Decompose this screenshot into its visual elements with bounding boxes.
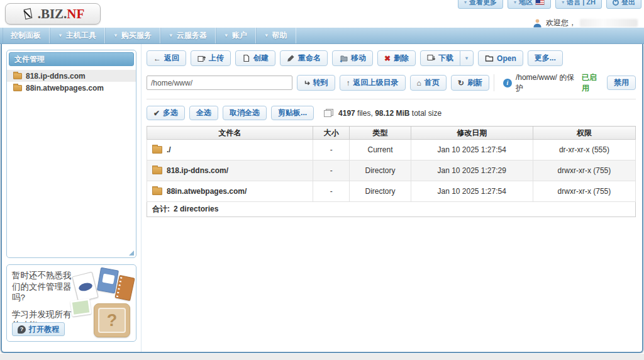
- content-area: 文件管理 818.ip-ddns.com 88in.atwebpages.com…: [1, 44, 643, 353]
- file-name: 818.ip-ddns.com/: [167, 166, 228, 175]
- welcome-message: 欢迎您，: [533, 18, 638, 28]
- home-icon: ⌂: [417, 79, 421, 87]
- language-button[interactable]: ▾ 语言 | ZH: [555, 0, 602, 9]
- chevron-down-icon: ▼: [224, 33, 229, 38]
- table-total-row: 合计:2 directories: [147, 202, 636, 217]
- site-logo[interactable]: .BIZ.NF: [5, 3, 101, 25]
- new-document-icon: [242, 54, 250, 62]
- file-size: -: [313, 140, 350, 160]
- redacted-username: [580, 19, 638, 27]
- table-row-current[interactable]: ./ - Current Jan 10 2025 1:27:54 dr-xr-x…: [147, 140, 636, 160]
- see-more-button[interactable]: ▾ 查看更多: [458, 0, 503, 9]
- delete-button[interactable]: ✖ 删除: [377, 50, 416, 66]
- clipboard-button[interactable]: 剪贴板...: [271, 106, 314, 120]
- open-tutorial-button[interactable]: ? 打开教程: [12, 322, 65, 336]
- more-button[interactable]: 更多...: [528, 50, 563, 66]
- column-header-permissions[interactable]: 权限: [533, 127, 635, 140]
- parent-directory-button[interactable]: ↑ 返回上级目录: [340, 75, 406, 91]
- refresh-icon: ↻: [458, 79, 464, 87]
- tutorial-illustration: ?: [70, 268, 135, 339]
- file-name: ./: [167, 145, 171, 154]
- table-row-818-ip-ddns-com[interactable]: 818.ip-ddns.com/ - Directory Jan 10 2025…: [147, 160, 636, 181]
- file-type: Directory: [350, 181, 411, 202]
- chevron-down-icon: ▼: [169, 33, 174, 38]
- welcome-text: 欢迎您，: [546, 18, 576, 28]
- chevron-down-icon: ▼: [58, 33, 63, 38]
- avatar: [533, 18, 542, 28]
- table-row-88in-atwebpages-com[interactable]: 88in.atwebpages.com/ - Directory Jan 10 …: [147, 181, 636, 202]
- column-header-filename[interactable]: 文件名: [147, 127, 313, 140]
- footer-strip: [0, 353, 644, 360]
- back-button[interactable]: ← 返回: [147, 50, 186, 66]
- move-button[interactable]: 移动: [332, 50, 373, 66]
- refresh-button[interactable]: ↻ 刷新: [451, 75, 489, 91]
- folder-icon: [152, 146, 162, 154]
- file-manager-panel-title: 文件管理: [9, 52, 134, 66]
- multi-select-button[interactable]: ✔ 多选: [147, 106, 185, 120]
- region-button[interactable]: ▾ 地区: [508, 0, 551, 9]
- folder-icon: [13, 85, 22, 91]
- image-file-icon: [70, 298, 91, 317]
- power-icon: [613, 0, 619, 6]
- nav-item-account[interactable]: ▼ 账户: [216, 28, 256, 43]
- video-file-icon: [114, 275, 135, 301]
- go-button[interactable]: ↵ 转到: [297, 75, 335, 91]
- open-folder-icon: [485, 54, 494, 62]
- check-icon: ✔: [153, 110, 160, 117]
- directory-stats: 4197 files, 98.12 MiB total size: [324, 109, 441, 118]
- nav-item-cloud-servers[interactable]: ▼ 云服务器: [160, 28, 216, 43]
- files-stack-icon: [324, 109, 333, 117]
- logout-button[interactable]: 登出: [606, 0, 641, 9]
- sidebar-folder-818-ip-ddns-com[interactable]: 818.ip-ddns.com: [7, 70, 136, 82]
- file-permissions: dr-xr-xr-x (555): [533, 140, 635, 160]
- page: .BIZ.NF ▾ 查看更多 ▾ 地区 ▾ 语言 | ZH 登出: [0, 0, 644, 360]
- sidebar-folder-label: 88in.atwebpages.com: [26, 84, 104, 93]
- stats-text: 4197 files, 98.12 MiB total size: [338, 109, 441, 118]
- chevron-down-icon: ▾: [465, 55, 468, 61]
- sidebar-folder-label: 818.ip-ddns.com: [26, 72, 86, 81]
- create-button[interactable]: 创建: [235, 50, 275, 66]
- file-permissions: drwxr-xr-x (755): [533, 181, 635, 202]
- upload-button[interactable]: 上传: [191, 50, 231, 66]
- chevron-down-icon: ▼: [264, 33, 269, 38]
- file-modified: Jan 10 2025 1:27:54: [411, 140, 533, 160]
- nav-item-help[interactable]: ▼ 帮助: [256, 28, 296, 43]
- download-options-button[interactable]: ▾: [460, 50, 474, 66]
- chevron-down-icon: ▾: [464, 0, 467, 5]
- sidebar-folder-list: 818.ip-ddns.com 88in.atwebpages.com: [7, 70, 136, 94]
- info-icon: i: [503, 79, 512, 87]
- top-header: .BIZ.NF ▾ 查看更多 ▾ 地区 ▾ 语言 | ZH 登出: [0, 0, 644, 28]
- tutorial-promo-panel: 暂时还不熟悉我们的文件管理器吗? 学习并发现所有的功能 ? ? 打开教程: [6, 264, 136, 342]
- home-button[interactable]: ⌂ 首页: [410, 75, 447, 91]
- us-flag-icon: [535, 0, 545, 5]
- select-all-button[interactable]: 全选: [189, 106, 218, 120]
- up-arrow-icon: ↑: [347, 79, 350, 87]
- column-header-modified[interactable]: 修改日期: [411, 127, 533, 140]
- column-header-size[interactable]: 大小: [313, 127, 350, 140]
- sidebar-folder-88in-atwebpages-com[interactable]: 88in.atwebpages.com: [7, 82, 136, 94]
- doc-file-icon: [97, 267, 119, 293]
- file-name: 88in.atwebpages.com/: [167, 187, 247, 196]
- file-permissions: drwxr-xr-x (755): [533, 160, 635, 181]
- file-manager-panel: 文件管理 818.ip-ddns.com 88in.atwebpages.com: [6, 50, 136, 258]
- open-button[interactable]: Open: [478, 50, 523, 66]
- table-header-row: 文件名 大小 类型 修改日期 权限: [147, 127, 636, 140]
- total-value: 2 directories: [174, 205, 218, 213]
- rename-button[interactable]: 重命名: [280, 50, 328, 66]
- file-table: 文件名 大小 类型 修改日期 权限 ./ - Current Jan 10 20…: [147, 126, 636, 217]
- download-button[interactable]: 下载: [420, 50, 460, 66]
- nav-item-hosting-tools[interactable]: ▼ 主机工具: [50, 28, 105, 43]
- column-header-type[interactable]: 类型: [350, 127, 411, 140]
- protection-label: /home/www/ 的保护: [516, 72, 578, 94]
- deselect-all-button[interactable]: 取消全选: [223, 106, 267, 120]
- logo-pen-icon: [21, 7, 35, 21]
- folder-icon: [152, 167, 162, 174]
- nav-item-control-panel[interactable]: 控制面板: [3, 28, 50, 43]
- disable-protection-button[interactable]: 禁用: [607, 76, 636, 90]
- file-modified: Jan 10 2025 1:27:29: [411, 160, 533, 181]
- nav-item-order-services[interactable]: ▼ 购买服务: [105, 28, 160, 43]
- toolbar: ← 返回 上传 创建: [147, 50, 636, 66]
- panel-resize-handle[interactable]: [129, 250, 134, 256]
- path-input[interactable]: [147, 76, 292, 90]
- delete-x-icon: ✖: [384, 55, 391, 62]
